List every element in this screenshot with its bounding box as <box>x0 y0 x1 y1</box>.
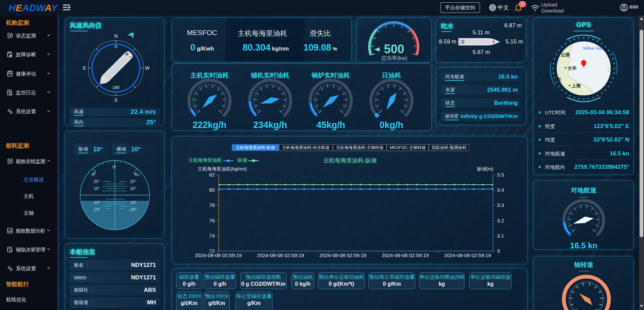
svg-text:3.3: 3.3 <box>497 202 504 208</box>
svg-text:云港: 云港 <box>561 52 570 57</box>
svg-text:0: 0 <box>115 44 117 49</box>
svg-text:2024-08-08 02:59:19: 2024-08-08 02:59:19 <box>319 252 366 258</box>
svg-text:3.1: 3.1 <box>497 233 504 239</box>
svg-text:S: S <box>114 97 117 103</box>
svg-text:3.5: 3.5 <box>497 172 504 178</box>
svg-text:82: 82 <box>209 172 215 178</box>
svg-text:180: 180 <box>112 85 120 90</box>
svg-text:74: 74 <box>209 233 215 239</box>
svg-text:3.2: 3.2 <box>497 218 504 223</box>
svg-text:10°: 10° <box>130 186 136 191</box>
svg-text:0°: 0° <box>112 165 117 169</box>
svg-text:20°: 20° <box>94 179 100 184</box>
svg-text:40°: 40° <box>90 170 98 177</box>
svg-text:-10°: -10° <box>93 200 100 205</box>
svg-text:Yellow Sea: Yellow Sea <box>583 45 603 51</box>
svg-text:N: N <box>114 33 118 39</box>
svg-text:E: E <box>83 65 86 71</box>
svg-text:3.4: 3.4 <box>497 187 504 193</box>
svg-text:80: 80 <box>209 187 215 193</box>
svg-text:2024-08-08 02:59:19: 2024-08-08 02:59:19 <box>195 252 242 258</box>
svg-text:2024-08-08 02:59:19: 2024-08-08 02:59:19 <box>382 252 428 258</box>
svg-text:20°: 20° <box>130 179 136 184</box>
svg-text:78: 78 <box>209 202 215 208</box>
svg-text:W: W <box>145 65 150 71</box>
svg-text:-20°: -20° <box>93 207 100 212</box>
svg-text:-40°: -40° <box>131 170 140 179</box>
svg-text:3: 3 <box>497 248 500 254</box>
svg-text:大丰: 大丰 <box>568 66 577 71</box>
svg-text:76: 76 <box>209 218 215 223</box>
svg-text:-10°: -10° <box>129 200 137 205</box>
svg-text:2024-08-08 02:59:19: 2024-08-08 02:59:19 <box>257 252 304 258</box>
svg-text:上海: 上海 <box>571 83 581 88</box>
svg-text:-20°: -20° <box>129 207 137 212</box>
svg-text:10°: 10° <box>94 186 100 191</box>
svg-text:2024-08-08 02:59:19: 2024-08-08 02:59:19 <box>444 252 491 258</box>
svg-text:京: 京 <box>556 77 561 82</box>
